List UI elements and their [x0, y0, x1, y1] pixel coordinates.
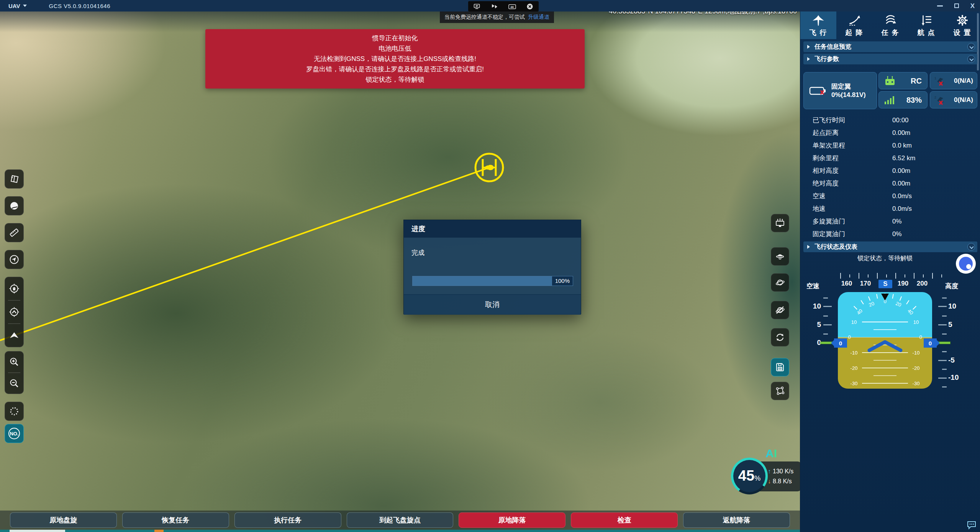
strip-segment: [10, 530, 65, 532]
svg-text:-20: -20: [851, 365, 858, 371]
telemetry-row: 剩余里程6.52 km: [803, 152, 977, 164]
locate-vehicle-button[interactable]: [5, 300, 23, 323]
section-mission-info[interactable]: 任务信息预览: [803, 41, 977, 52]
dropdown-caret-icon: [23, 5, 27, 7]
chat-icon[interactable]: [967, 520, 977, 530]
tape-tick: [938, 306, 947, 307]
airspeed-tape-label: 5: [807, 320, 821, 329]
warning-line: 锁定状态，等待解锁: [205, 74, 585, 85]
gcs-window: UAV GCS V5.0.9.01041646 X 4K: [0, 0, 980, 532]
loiter-here-button[interactable]: 原地盘旋: [10, 512, 117, 528]
telemetry-row: 相对高度0.00m: [803, 164, 977, 177]
progress-bar-fill: [413, 276, 552, 286]
altitude-tape-label: -10: [948, 373, 962, 382]
progress-bar: 100%: [412, 276, 573, 286]
tab-waypoints[interactable]: 航 点: [908, 11, 944, 39]
measure-ruler-button[interactable]: [5, 223, 24, 242]
progress-label: 完成: [411, 248, 424, 257]
close-button[interactable]: X: [970, 3, 975, 9]
section-flight-status[interactable]: 飞行状态及仪表: [803, 241, 977, 252]
video-quality-icon[interactable]: 4K: [508, 3, 516, 10]
section-flight-params[interactable]: 飞行参数: [803, 54, 977, 64]
svg-text:0: 0: [919, 334, 922, 340]
airspeed-tape-label: 10: [807, 302, 821, 310]
pilot-hat-button[interactable]: [771, 247, 789, 266]
resume-mission-button[interactable]: 恢复任务: [122, 512, 229, 528]
return-to-land-button[interactable]: 返航降落: [683, 512, 790, 528]
cancel-button[interactable]: 取消: [404, 294, 581, 315]
globe-disabled-button[interactable]: [771, 301, 789, 319]
select-area-button[interactable]: [5, 402, 24, 421]
heading-tick: [923, 274, 924, 277]
link-quality-ring[interactable]: 45%: [731, 458, 768, 494]
fence-board-button[interactable]: [771, 214, 789, 232]
altitude-axis-label: 高度: [945, 282, 958, 291]
locate-home-button[interactable]: [5, 277, 23, 300]
remote-channel-tooltip: 当前免费远控通道不稳定，可尝试 升级通道: [440, 11, 554, 23]
execute-mission-button[interactable]: 执行任务: [234, 512, 341, 528]
tab-flight[interactable]: 飞 行: [800, 11, 836, 39]
floating-ball-button[interactable]: [956, 254, 976, 274]
rc-card[interactable]: RC: [878, 72, 928, 89]
tape-tick: [938, 324, 947, 325]
vehicle-orientation-button[interactable]: [5, 324, 23, 347]
svg-text:-10: -10: [913, 350, 920, 356]
globe-orbit-button[interactable]: [771, 273, 789, 292]
close-stream-icon[interactable]: [526, 3, 533, 10]
tape-tick: [823, 324, 832, 325]
telemetry-row: 绝对高度0.00m: [803, 177, 977, 190]
land-here-button[interactable]: 原地降落: [459, 512, 565, 528]
svg-text:1: 1: [934, 76, 936, 80]
zoom-in-button[interactable]: [5, 351, 23, 373]
check-button[interactable]: 检查: [571, 512, 678, 528]
rc-label: RC: [911, 77, 922, 85]
goto-takeoff-loiter-button[interactable]: 到起飞盘旋点: [347, 512, 454, 528]
plane-error-icon: 1: [934, 76, 947, 86]
link-quality-value: 45%: [733, 460, 765, 492]
compass-plane-button[interactable]: [5, 250, 24, 269]
heading-tick: [877, 273, 878, 279]
tape-tick: [823, 297, 828, 299]
dialog-title[interactable]: 进度: [404, 220, 581, 238]
rc-signal-value: 83%: [906, 96, 922, 104]
zoom-out-button[interactable]: [5, 373, 23, 394]
globe-view-button[interactable]: [5, 196, 24, 215]
battery-card[interactable]: 固定翼 0%(14.81V): [803, 72, 877, 109]
chevron-down-icon[interactable]: [967, 243, 975, 251]
gnss1-card[interactable]: 1 0(N/A): [930, 72, 977, 89]
altitude-pointer: 0: [924, 338, 937, 348]
map-source-button[interactable]: [5, 169, 24, 189]
chevron-down-icon[interactable]: [967, 43, 975, 51]
stream-play-icon[interactable]: [491, 3, 498, 10]
altitude-tape-label: 5: [948, 320, 962, 329]
zoom-group: [5, 351, 24, 394]
save-button[interactable]: [771, 358, 789, 376]
takeoff-icon: [848, 14, 861, 27]
chevron-down-icon[interactable]: [967, 55, 975, 63]
maximize-button[interactable]: [954, 3, 959, 8]
warning-line: 无法检测到GNSS，请确认是否连接上GNSS或检查线路!: [205, 54, 585, 64]
svg-text:-30: -30: [851, 381, 858, 386]
heading-tick: [905, 274, 905, 277]
airspeed-pointer: 0: [834, 338, 847, 348]
upgrade-channel-link[interactable]: 升级通道: [528, 14, 549, 21]
signal-card[interactable]: 83%: [878, 91, 928, 108]
satellite-map[interactable]: [0, 11, 800, 532]
polygon-route-button[interactable]: [771, 382, 789, 400]
altitude-tape-label: 10: [948, 302, 962, 310]
gnss2-card[interactable]: 2 0(N/A): [930, 91, 977, 108]
upload-arrow-icon: ↑: [768, 468, 771, 475]
uav-menu[interactable]: UAV: [8, 3, 27, 9]
heading-tick: [914, 273, 914, 279]
tab-takeoff-landing[interactable]: 起 降: [836, 11, 872, 39]
tab-settings[interactable]: 设 置: [944, 11, 980, 39]
minimize-button[interactable]: [937, 5, 943, 7]
refresh-sync-button[interactable]: [771, 328, 789, 346]
battery-value: 0%(14.81V): [831, 91, 866, 99]
tab-mission[interactable]: 任 务: [872, 11, 908, 39]
locate-group: [5, 277, 24, 347]
no-fly-zone-button[interactable]: NO.: [5, 424, 24, 443]
screen-share-icon[interactable]: [474, 3, 481, 10]
progress-dialog: 进度 完成 100% 取消: [403, 220, 581, 314]
heading-label: 160: [838, 280, 855, 287]
